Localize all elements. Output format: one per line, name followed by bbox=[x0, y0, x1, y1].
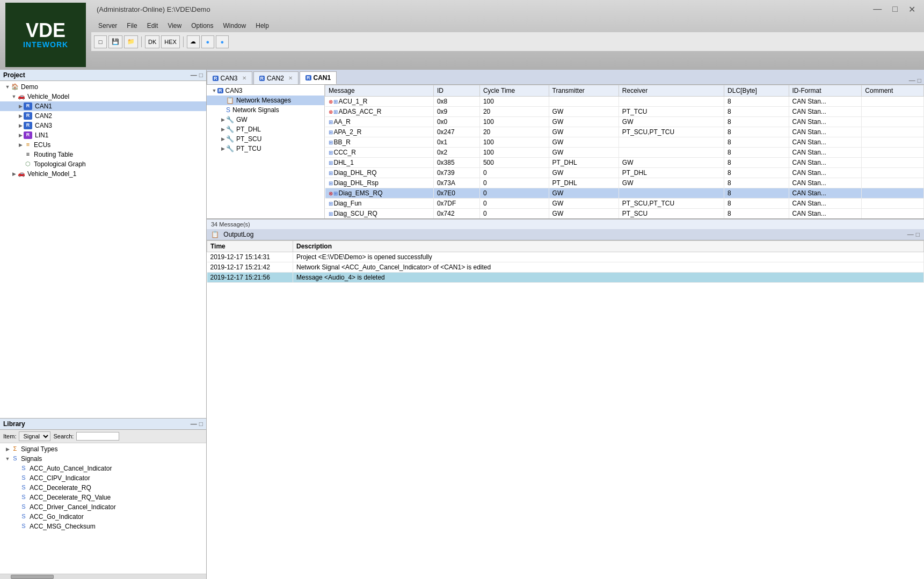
table-row[interactable]: ⊞CCC_R0x2100GW8CAN Stan... bbox=[325, 148, 924, 158]
net-pt-dhl[interactable]: ▶ 🔧 PT_DHL bbox=[207, 124, 324, 134]
close-button[interactable]: ✕ bbox=[905, 3, 919, 16]
cell-comment bbox=[862, 148, 924, 158]
routing-label: Routing Table bbox=[34, 151, 73, 158]
tree-item-vehicle-model[interactable]: ▼ 🚗 Vehicle_Model bbox=[0, 92, 206, 101]
cell-message: ⊗⊞Diag_EMS_RQ bbox=[325, 188, 434, 199]
table-row[interactable]: ⊞Diag_DHL_Rsp0x73A0PT_DHLGW8CAN Stan... bbox=[325, 178, 924, 188]
menu-file[interactable]: File bbox=[122, 21, 141, 31]
table-row[interactable]: ⊞APA_2_R0x24720GWPT_SCU,PT_TCU8CAN Stan.… bbox=[325, 127, 924, 137]
menu-window[interactable]: Window bbox=[219, 21, 251, 31]
cell-message: ⊞Diag_SCU_RQ bbox=[325, 209, 434, 219]
can2-tab-close[interactable]: ✕ bbox=[288, 75, 293, 81]
toolbar-hex[interactable]: HEX bbox=[161, 35, 180, 48]
cell-dlc: 8 bbox=[724, 158, 789, 168]
tree-item-can3[interactable]: ▶ R CAN3 bbox=[0, 121, 206, 130]
cell-dlc: 8 bbox=[724, 127, 789, 137]
lib-acc-auto[interactable]: S ACC_Auto_Cancel_Indicator bbox=[0, 464, 206, 473]
table-row[interactable]: ⊗⊞Diag_EMS_RQ0x7E00GW8CAN Stan... bbox=[325, 188, 924, 199]
toolbar-btn-blue1[interactable]: ● bbox=[201, 35, 214, 48]
table-row[interactable]: ⊞DHL_10x385500PT_DHLGW8CAN Stan... bbox=[325, 158, 924, 168]
tab-can3[interactable]: R CAN3 ✕ bbox=[207, 71, 252, 84]
network-area: ▼ R CAN3 📋 Network Messages bbox=[207, 85, 924, 219]
output-log-minimize[interactable]: — bbox=[907, 231, 914, 238]
can2-tab-label: CAN2 bbox=[267, 75, 284, 82]
menu-view[interactable]: View bbox=[163, 21, 186, 31]
table-row[interactable]: ⊗⊞ACU_1_R0x81008CAN Stan... bbox=[325, 97, 924, 107]
lib-acc-msg[interactable]: S ACC_MSG_Checksum bbox=[0, 522, 206, 531]
output-log-maximize[interactable]: □ bbox=[916, 231, 920, 238]
window-controls: — □ ✕ bbox=[870, 3, 919, 16]
library-search-input[interactable] bbox=[76, 432, 119, 441]
toolbar-btn-blue2[interactable]: ● bbox=[216, 35, 229, 48]
table-row[interactable]: ⊗⊞ADAS_ACC_R0x920GWPT_TCU8CAN Stan... bbox=[325, 107, 924, 117]
table-row[interactable]: ⊞Diag_DHL_RQ0x7390GWPT_DHL8CAN Stan... bbox=[325, 168, 924, 178]
cell-cycle: 20 bbox=[479, 127, 549, 137]
table-row[interactable]: ⊞Diag_SCU_RQ0x7420GWPT_SCU8CAN Stan... bbox=[325, 209, 924, 219]
net-pt-scu[interactable]: ▶ 🔧 PT_SCU bbox=[207, 134, 324, 144]
lib-signals[interactable]: ▼ S Signals bbox=[0, 454, 206, 464]
net-can3[interactable]: ▼ R CAN3 bbox=[207, 86, 324, 96]
vehicle-model-1-icon: 🚗 bbox=[17, 170, 26, 178]
tab-minimize[interactable]: — bbox=[909, 77, 915, 84]
tree-item-topo[interactable]: ⬡ Topological Graph bbox=[0, 159, 206, 169]
menu-help[interactable]: Help bbox=[251, 21, 273, 31]
tab-restore[interactable]: □ bbox=[918, 77, 921, 84]
library-panel: Library — □ Item: Signal Search: bbox=[0, 418, 206, 579]
lib-acc-driver[interactable]: S ACC_Driver_Cancel_Indicator bbox=[0, 502, 206, 512]
tree-item-can2[interactable]: ▶ R CAN2 bbox=[0, 111, 206, 121]
net-pt-tcu[interactable]: ▶ 🔧 PT_TCU bbox=[207, 144, 324, 153]
menu-options[interactable]: Options bbox=[187, 21, 217, 31]
output-table: Time Description 2019-12-17 15:14:31Proj… bbox=[207, 240, 924, 579]
lib-signal-types[interactable]: ▶ Σ Signal Types bbox=[0, 444, 206, 454]
lib-acc-cipv[interactable]: S ACC_CIPV_Indicator bbox=[0, 473, 206, 483]
toolbar-dk[interactable]: DK bbox=[145, 35, 159, 48]
tab-can2[interactable]: R CAN2 ✕ bbox=[253, 71, 299, 84]
library-scrollbar-thumb[interactable] bbox=[11, 575, 54, 579]
maximize-button[interactable]: □ bbox=[889, 3, 901, 16]
tree-item-vehicle-model-1[interactable]: ▶ 🚗 Vehicle_Model_1 bbox=[0, 169, 206, 179]
project-panel-minimize[interactable]: — bbox=[191, 71, 197, 79]
library-title: Library bbox=[3, 420, 25, 428]
tree-item-ecus[interactable]: ▶ ≡ ECUs bbox=[0, 140, 206, 150]
left-panel: Project — □ ▼ 🏠 Demo bbox=[0, 70, 207, 579]
signal-types-label: Signal Types bbox=[21, 445, 58, 453]
library-scrollbar[interactable] bbox=[0, 574, 206, 579]
tree-item-can1[interactable]: ▶ R CAN1 bbox=[0, 101, 206, 111]
library-panel-minimize[interactable]: — bbox=[191, 420, 197, 428]
lib-acc-dec-val[interactable]: S ACC_Decelerate_RQ_Value bbox=[0, 493, 206, 502]
toolbar-save[interactable]: 💾 bbox=[108, 35, 122, 48]
toolbar-cloud[interactable]: ☁ bbox=[187, 35, 200, 48]
table-row[interactable]: ⊞Diag_Fun0x7DF0GWPT_SCU,PT_TCU8CAN Stan.… bbox=[325, 199, 924, 209]
table-row[interactable]: ⊞AA_R0x0100GWGW8CAN Stan... bbox=[325, 117, 924, 127]
acc-dec-label: ACC_Decelerate_RQ bbox=[30, 484, 91, 492]
tree-item-demo[interactable]: ▼ 🏠 Demo bbox=[0, 82, 206, 92]
library-panel-maximize[interactable]: □ bbox=[199, 420, 203, 428]
s-icon: S bbox=[19, 503, 28, 511]
can3-tab-close[interactable]: ✕ bbox=[242, 75, 246, 81]
arrow: ▶ bbox=[17, 123, 24, 128]
arrow: ▶ bbox=[17, 133, 24, 138]
item-type-select[interactable]: Signal bbox=[19, 431, 50, 441]
net-messages[interactable]: 📋 Network Messages bbox=[207, 96, 324, 105]
menu-server[interactable]: Server bbox=[94, 21, 121, 31]
minimize-button[interactable]: — bbox=[870, 3, 885, 16]
cell-message: ⊗⊞ADAS_ACC_R bbox=[325, 107, 434, 117]
menu-edit[interactable]: Edit bbox=[143, 21, 163, 31]
window-title: (Administrator-Online) E:\VDE\Demo bbox=[97, 5, 210, 13]
cell-time: 2019-12-17 15:14:31 bbox=[207, 252, 293, 262]
tree-item-lin1[interactable]: ▶ R LIN1 bbox=[0, 130, 206, 140]
tree-item-routing[interactable]: ≡ Routing Table bbox=[0, 150, 206, 159]
table-row[interactable]: ⊞BB_R0x1100GW8CAN Stan... bbox=[325, 137, 924, 148]
tab-can1[interactable]: R CAN1 bbox=[300, 71, 337, 84]
net-gw[interactable]: ▶ 🔧 GW bbox=[207, 115, 324, 124]
cell-comment bbox=[862, 117, 924, 127]
lib-acc-go[interactable]: S ACC_Go_Indicator bbox=[0, 512, 206, 522]
library-toolbar: Item: Signal Search: bbox=[0, 430, 206, 443]
toolbar-new[interactable]: □ bbox=[94, 35, 107, 48]
lin1-label: LIN1 bbox=[35, 131, 48, 139]
toolbar-open[interactable]: 📁 bbox=[124, 35, 138, 48]
net-signals[interactable]: S Network Signals bbox=[207, 105, 324, 115]
project-panel-maximize[interactable]: □ bbox=[199, 71, 203, 79]
can2-tab-icon: R bbox=[259, 76, 265, 81]
lib-acc-dec[interactable]: S ACC_Decelerate_RQ bbox=[0, 483, 206, 493]
